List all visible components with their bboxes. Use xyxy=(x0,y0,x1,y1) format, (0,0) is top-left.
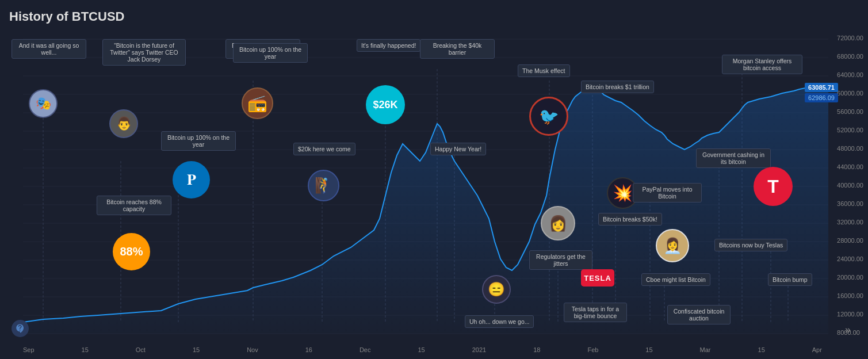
annotation-box-10: The Musk effect xyxy=(518,64,570,77)
x-label-feb: Feb xyxy=(587,346,598,353)
x-label-nov: Nov xyxy=(247,346,258,353)
x-label-2021: 2021 xyxy=(472,346,486,353)
y-label-28k: 28000.00 xyxy=(837,237,863,244)
annotation-box-19: Morgan Stanley offers bitcoin access xyxy=(722,55,802,74)
y-label-72k: 72000.00 xyxy=(837,35,863,41)
x-label-15e: 15 xyxy=(758,346,765,353)
annotation-box-7: Breaking the $40k barrier xyxy=(420,39,495,59)
annotation-happy-ny: Happy New Year! xyxy=(430,143,486,155)
y-label-36k: 36000.00 xyxy=(837,200,863,207)
x-label-dec: Dec xyxy=(360,346,371,353)
annotation-40k: Breaking the $40k barrier xyxy=(420,39,495,59)
y-label-48k: 48000.00 xyxy=(837,145,863,152)
annotation-paypal-bitcoin: PayPal moves into Bitcoin xyxy=(633,183,702,203)
annotation-box-6: It's finally happened! xyxy=(357,39,420,52)
icon-paypal: 𝐏 xyxy=(173,161,210,198)
avatar-all-going-well: 🎭 xyxy=(29,89,58,118)
annotation-twitter: "Bitcoin is the future of Twitter" says … xyxy=(102,39,186,66)
annotation-88pct: Bitcoin reaches 88% capacity xyxy=(97,196,171,215)
annotation-box-8: Happy New Year! xyxy=(430,143,486,155)
y-label-20k: 20000.00 xyxy=(837,274,863,281)
annotation-box-11: Bitcoin breaks $1 trillion xyxy=(581,81,654,93)
x-label-oct: Oct xyxy=(136,346,146,353)
annotation-tesla-buy: Bitcoins now buy Teslas xyxy=(714,239,787,251)
annotation-100pct-year: Bitcoin up 100% on the year xyxy=(233,43,308,63)
annotation-gov: Government cashing in its bitcoin xyxy=(696,148,771,168)
x-label-sep: Sep xyxy=(23,346,35,353)
annotation-confiscated: Confiscated bitcoin auction xyxy=(667,305,731,324)
annotation-box-17: Confiscated bitcoin auction xyxy=(667,305,731,324)
x-label-18: 18 xyxy=(533,346,540,353)
annotation-box-20: Bitcoins now buy Teslas xyxy=(714,239,787,251)
y-label-16k: 16000.00 xyxy=(837,292,863,299)
annotation-down: Uh oh... down we go... xyxy=(465,315,534,328)
y-label-12k: 12000.00 xyxy=(837,311,863,318)
annotation-box-3: Bitcoin up 100% on the year xyxy=(161,131,236,151)
annotation-cboe: Cboe might list Bitcoin xyxy=(641,273,710,286)
annotation-20k: $20k here we come xyxy=(293,143,355,155)
annotation-paypal: Bitcoin up 100% on the year xyxy=(161,131,236,151)
annotation-morgan: Morgan Stanley offers bitcoin access xyxy=(722,55,802,74)
price-current-2: 62986.09 xyxy=(805,93,838,102)
annotation-all-going-well: And it was all going so well... xyxy=(12,39,86,59)
annotation-box-22: Bitcoin reaches 88% capacity xyxy=(97,196,171,215)
x-label-15c: 15 xyxy=(418,346,425,353)
nav-arrow[interactable]: » xyxy=(845,324,851,336)
y-label-56k: 56000.00 xyxy=(837,108,863,115)
badge-26k: $26K xyxy=(366,85,405,124)
annotation-musk: The Musk effect xyxy=(518,64,570,77)
x-label-15b: 15 xyxy=(193,346,200,353)
y-axis: 72000.00 68000.00 64000.00 60000.00 5600… xyxy=(837,0,863,359)
icon-sad: 😑 xyxy=(482,275,511,304)
annotation-box-15: PayPal moves into Bitcoin xyxy=(633,183,702,203)
y-label-64k: 64000.00 xyxy=(837,71,863,78)
annotation-box-5: $20k here we come xyxy=(293,143,355,155)
avatar-yellen: 👩 xyxy=(541,206,575,240)
annotation-box-14: Tesla taps in for a big-time bounce xyxy=(564,303,627,322)
annotation-box-16: Cboe might list Bitcoin xyxy=(641,273,710,286)
icon-ladder: 🧗 xyxy=(308,170,339,201)
y-label-60k: 60000.00 xyxy=(837,90,863,97)
annotation-tesla-bounce: Tesla taps in for a big-time bounce xyxy=(564,303,627,322)
annotation-box-2: "Bitcoin is the future of Twitter" says … xyxy=(102,39,186,66)
y-label-68k: 68000.00 xyxy=(837,53,863,60)
annotation-box-1: And it was all going so well... xyxy=(12,39,86,59)
annotation-box-13: Bitcoin breaks $50k! xyxy=(598,213,662,226)
x-label-15a: 15 xyxy=(82,346,89,353)
x-label-apr: Apr xyxy=(812,346,822,353)
icon-tesla-big: T xyxy=(754,167,793,206)
annotation-finally: It's finally happened! xyxy=(357,39,420,52)
y-label-52k: 52000.00 xyxy=(837,127,863,133)
x-axis: Sep 15 Oct 15 Nov 16 Dec 15 2021 18 Feb … xyxy=(23,346,822,353)
x-label-16: 16 xyxy=(305,346,312,353)
price-current-1: 63085.71 xyxy=(805,83,838,92)
avatar-jack-dorsey: 👨 xyxy=(109,109,138,138)
annotation-box-12: Regulators get the jitters xyxy=(529,250,592,270)
watermark xyxy=(12,320,29,337)
y-label-44k: 44000.00 xyxy=(837,163,863,170)
icon-musk-twitter: 🐦 xyxy=(529,97,568,136)
annotation-regulators: Regulators get the jitters xyxy=(529,250,592,270)
badge-88pct: 88% xyxy=(113,233,150,270)
annotation-50k: Bitcoin breaks $50k! xyxy=(598,213,662,226)
annotation-box-9: Uh oh... down we go... xyxy=(465,315,534,328)
icon-radio: 📻 xyxy=(242,87,273,119)
y-label-24k: 24000.00 xyxy=(837,255,863,262)
x-label-15d: 15 xyxy=(645,346,652,353)
y-label-32k: 32000.00 xyxy=(837,219,863,226)
annotation-box-18: Government cashing in its bitcoin xyxy=(696,148,771,168)
annotation-bump: Bitcoin bump xyxy=(768,273,812,286)
avatar-woman: 👩‍💼 xyxy=(656,229,689,262)
price-display: 63085.71 62986.09 xyxy=(805,83,838,102)
x-label-mar: Mar xyxy=(700,346,711,353)
annotation-box-21: Bitcoin bump xyxy=(768,273,812,286)
y-label-40k: 40000.00 xyxy=(837,182,863,189)
annotation-1t: Bitcoin breaks $1 trillion xyxy=(581,81,654,93)
chart-container: History of BTCUSD xyxy=(0,0,868,359)
icon-tesla: TESLA xyxy=(581,269,614,287)
